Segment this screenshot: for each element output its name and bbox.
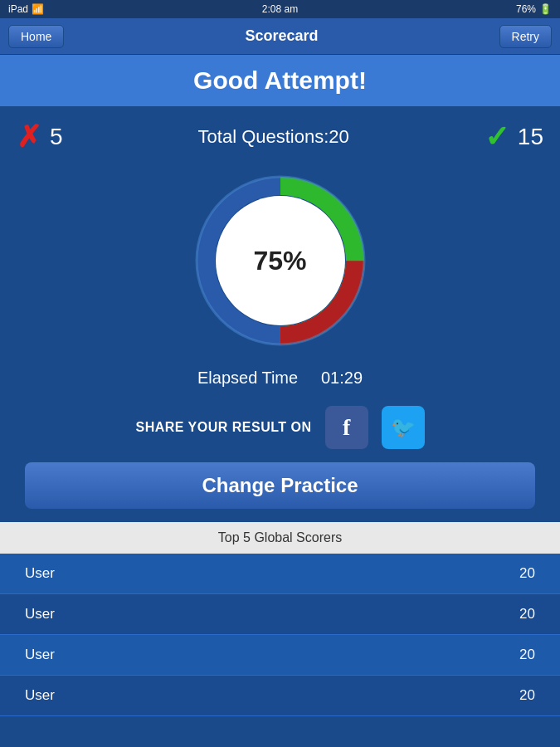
leaderboard-row: User 20 [0,635,560,676]
wrong-count: 5 [50,124,63,150]
score-row: ✗ 5 Total Questions:20 ✓ 15 [0,106,560,161]
battery-label: 76% [516,3,536,15]
device-label: iPad [8,3,28,15]
status-bar-time: 2:08 am [262,3,298,15]
change-practice-button[interactable]: Change Practice [25,462,535,509]
elapsed-value: 01:29 [321,369,363,387]
elapsed-time: Elapsed Time 01:29 [0,360,560,401]
twitter-button[interactable]: 🐦 [382,406,425,449]
leaderboard-user-score: 20 [519,687,535,704]
leaderboard-user-score: 20 [519,565,535,582]
share-row: SHARE YOUR RESULT ON f 🐦 [0,401,560,462]
nav-bar: Home Scorecard Retry [0,18,560,55]
leaderboard-user-name: User [25,647,55,663]
share-label: SHARE YOUR RESULT ON [135,420,311,435]
correct-icon: ✓ [485,120,509,154]
wifi-icon: 📶 [32,3,44,15]
leaderboard-user-score: 20 [519,647,535,663]
leaderboard-row: User 20 [0,554,560,594]
correct-count: 15 [518,124,543,150]
retry-button[interactable]: Retry [499,25,552,48]
header-banner: Good Attempt! [0,55,560,106]
leaderboard-user-score: 20 [519,606,535,622]
donut-center: 75% [253,246,306,276]
donut-percent: 75% [253,246,306,276]
nav-title: Scorecard [245,27,318,45]
twitter-icon: 🐦 [391,416,416,439]
leaderboard-header: Top 5 Global Scorers [0,522,560,554]
leaderboard-row: User 20 [0,594,560,635]
wrong-icon: ✗ [17,122,41,152]
leaderboard-user-name: User [25,687,55,704]
header-title: Good Attempt! [0,66,560,95]
status-bar-right: 76% 🔋 [516,3,552,15]
leaderboard-user-name: User [25,565,55,582]
status-bar-left: iPad 📶 [8,3,44,15]
facebook-button[interactable]: f [325,406,368,449]
home-button[interactable]: Home [8,25,64,48]
status-bar: iPad 📶 2:08 am 76% 🔋 [0,0,560,18]
donut-chart: 75% [189,169,372,352]
facebook-icon: f [343,414,350,441]
leaderboard-user-name: User [25,606,55,622]
elapsed-label: Elapsed Time [197,369,298,387]
leaderboard-row: User 20 [0,676,560,716]
chart-container: 75% [0,161,560,360]
leaderboard-rows: User 20 User 20 User 20 User 20 [0,554,560,716]
battery-icon: 🔋 [539,3,552,15]
total-questions-label: Total Questions:20 [80,126,468,148]
